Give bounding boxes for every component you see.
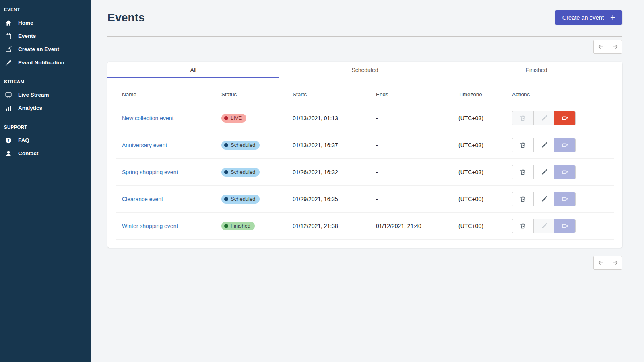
edit-button[interactable] [533,111,554,125]
table-header-row: Name Status Starts Ends Timezone Actions [116,78,614,105]
timezone-value: (UTC+03) [458,142,512,148]
delete-button[interactable] [512,165,533,179]
sidebar-item-label: Contact [18,150,38,156]
create-event-button-label: Create an event [562,14,604,21]
starts-value: 01/26/2021, 16:32 [293,169,376,175]
sidebar-item-label: Home [18,20,33,26]
edit-button[interactable] [533,192,554,206]
starts-value: 01/13/2021, 01:13 [293,115,376,121]
event-name-link[interactable]: Spring shopping event [122,169,178,175]
status-dot-icon [224,224,228,228]
sidebar-item-label: Live Stream [18,92,49,98]
sidebar-item-home[interactable]: Home [4,16,91,29]
column-header-name: Name [122,86,221,97]
edit-button[interactable] [533,138,554,152]
delete-button[interactable] [512,111,533,125]
sidebar-section-stream: STREAM Live Stream Analytics [4,78,91,115]
pager-group [593,256,622,270]
column-header-actions: Actions [512,86,608,97]
status-badge: Finished [221,222,255,230]
status-label: LIVE [231,115,242,121]
sidebar-item-live-stream[interactable]: Live Stream [4,88,91,101]
status-dot-icon [224,116,228,120]
ends-value: - [376,169,458,175]
column-header-ends: Ends [376,86,458,97]
status-label: Scheduled [231,142,255,148]
video-button[interactable] [554,111,575,125]
sidebar-item-create-an-event[interactable]: Create an Event [4,43,91,56]
starts-value: 01/12/2021, 21:38 [293,223,376,229]
timezone-value: (UTC+00) [458,196,512,202]
row-actions [512,165,576,179]
ends-value: 01/12/2021, 21:40 [376,223,458,229]
prev-page-button[interactable] [594,40,608,53]
sidebar-item-event-notification[interactable]: Event Notification [4,56,91,69]
tab-bar: All Scheduled Finished [107,62,622,78]
sidebar-section-support: SUPPORT ? FAQ Contact [4,123,91,160]
plus-icon [609,14,616,21]
arrow-left-icon [597,259,604,266]
sidebar-item-label: Analytics [18,105,42,111]
video-button[interactable] [554,138,575,152]
sidebar: EVENT Home Events Create an Event Event … [0,0,91,362]
event-name-link[interactable]: Winter shopping event [122,223,178,229]
status-dot-icon [224,143,228,147]
edit-button[interactable] [533,165,554,179]
pager-group [593,40,622,54]
column-header-status: Status [221,86,293,97]
sidebar-item-label: Events [18,33,36,39]
sidebar-item-faq[interactable]: ? FAQ [4,134,91,147]
status-badge: LIVE [221,114,246,123]
next-page-button[interactable] [608,256,622,269]
create-event-button[interactable]: Create an event [555,10,622,25]
events-table: Name Status Starts Ends Timezone Actions… [116,78,614,240]
starts-value: 01/29/2021, 16:35 [293,196,376,202]
tab-scheduled[interactable]: Scheduled [279,62,450,78]
delete-button[interactable] [512,219,533,233]
sidebar-item-label: FAQ [18,137,29,143]
column-header-timezone: Timezone [458,86,512,97]
delete-button[interactable] [512,138,533,152]
pagination-top [107,40,622,54]
ends-value: - [376,196,458,202]
calendar-icon [4,32,12,40]
row-actions [512,138,576,152]
arrow-left-icon [597,43,604,50]
next-page-button[interactable] [608,40,622,53]
sidebar-item-analytics[interactable]: Analytics [4,101,91,115]
edit-button[interactable] [533,219,554,233]
delete-button[interactable] [512,192,533,206]
sidebar-section-event: EVENT Home Events Create an Event Event … [4,6,91,69]
video-button[interactable] [554,219,575,233]
tab-finished[interactable]: Finished [451,62,622,78]
starts-value: 01/13/2021, 16:37 [293,142,376,148]
tab-all[interactable]: All [107,62,279,78]
event-name-link[interactable]: Clearance event [122,196,163,202]
row-actions [512,219,576,233]
arrow-right-icon [612,43,619,50]
sidebar-item-contact[interactable]: Contact [4,147,91,160]
events-card: All Scheduled Finished Name Status Start… [107,62,622,248]
prev-page-button[interactable] [594,256,608,269]
row-actions [512,111,576,125]
table-row: Clearance event Scheduled 01/29/2021, 16… [116,186,614,213]
sidebar-item-events[interactable]: Events [4,29,91,43]
status-label: Finished [231,223,250,229]
status-dot-icon [224,170,228,174]
timezone-value: (UTC+00) [458,223,512,229]
video-button[interactable] [554,192,575,206]
timezone-value: (UTC+03) [458,169,512,175]
bar-chart-icon [4,104,12,112]
video-button[interactable] [554,165,575,179]
status-dot-icon [224,197,228,201]
table-row: Spring shopping event Scheduled 01/26/20… [116,159,614,186]
home-icon [4,19,12,27]
arrow-right-icon [612,259,619,266]
event-name-link[interactable]: Anniversary event [122,142,167,148]
pagination-bottom [107,256,622,270]
status-label: Scheduled [231,196,255,202]
table-row: New collection event LIVE 01/13/2021, 01… [116,105,614,132]
timezone-value: (UTC+03) [458,115,512,121]
event-name-link[interactable]: New collection event [122,115,173,121]
page-title: Events [107,11,145,24]
